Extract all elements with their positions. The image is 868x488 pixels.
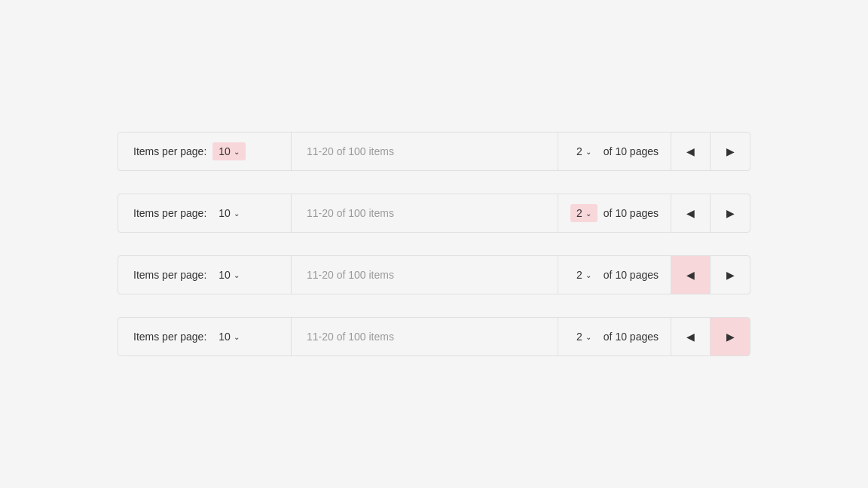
current-page-value: 2: [576, 331, 582, 343]
prev-page-button[interactable]: ◀: [671, 133, 711, 170]
items-info-text: 11-20 of 100 items: [307, 269, 394, 281]
prev-page-button[interactable]: ◀: [671, 194, 711, 232]
of-pages-text: of 10 pages: [604, 207, 659, 219]
current-page-select[interactable]: 2⌄: [570, 328, 598, 346]
pagination-row-2: Items per page:10⌄11-20 of 100 items2⌄of…: [118, 194, 750, 233]
items-info-text: 11-20 of 100 items: [307, 207, 394, 219]
pagination-examples: Items per page:10⌄11-20 of 100 items2⌄of…: [118, 132, 750, 356]
items-info-text: 11-20 of 100 items: [307, 145, 394, 157]
chevron-down-icon: ⌄: [234, 333, 240, 341]
current-page-select[interactable]: 2⌄: [570, 204, 598, 222]
items-per-page-section: Items per page:10⌄: [118, 194, 292, 232]
chevron-down-icon: ⌄: [234, 209, 240, 218]
pagination-row-wrapper-2: Items per page:10⌄11-20 of 100 items2⌄of…: [118, 194, 750, 233]
current-page-value: 2: [576, 269, 582, 281]
chevron-down-icon: ⌄: [234, 148, 240, 156]
pagination-row-wrapper-1: Items per page:10⌄11-20 of 100 items2⌄of…: [118, 132, 750, 171]
current-page-select[interactable]: 2⌄: [570, 266, 598, 284]
page-nav-section: 2⌄of 10 pages: [558, 256, 671, 294]
per-page-value: 10: [219, 331, 231, 343]
items-info-section: 11-20 of 100 items: [292, 194, 558, 232]
pagination-row-1: Items per page:10⌄11-20 of 100 items2⌄of…: [118, 132, 750, 171]
prev-page-button[interactable]: ◀: [671, 318, 711, 355]
pagination-row-wrapper-3: Items per page:10⌄11-20 of 100 items2⌄of…: [118, 255, 750, 294]
items-per-page-label: Items per page:: [133, 207, 206, 219]
of-pages-text: of 10 pages: [604, 331, 659, 343]
next-page-button[interactable]: ▶: [711, 256, 750, 294]
chevron-down-icon: ⌄: [585, 148, 591, 156]
items-per-page-section: Items per page:10⌄: [118, 318, 292, 355]
items-per-page-label: Items per page:: [133, 331, 206, 343]
next-page-button[interactable]: ▶: [711, 318, 750, 355]
items-per-page-label: Items per page:: [133, 145, 206, 157]
page-nav-section: 2⌄of 10 pages: [558, 318, 671, 355]
per-page-select[interactable]: 10⌄: [212, 266, 246, 284]
chevron-down-icon: ⌄: [234, 271, 240, 279]
next-page-button[interactable]: ▶: [711, 133, 750, 170]
pagination-row-3: Items per page:10⌄11-20 of 100 items2⌄of…: [118, 255, 750, 294]
pagination-row-wrapper-4: Items per page:10⌄11-20 of 100 items2⌄of…: [118, 317, 750, 356]
items-info-section: 11-20 of 100 items: [292, 133, 558, 170]
of-pages-text: of 10 pages: [604, 145, 659, 157]
items-per-page-label: Items per page:: [133, 269, 206, 281]
current-page-select[interactable]: 2⌄: [570, 142, 598, 160]
next-page-button[interactable]: ▶: [711, 194, 750, 232]
per-page-value: 10: [219, 269, 231, 281]
per-page-select[interactable]: 10⌄: [212, 328, 246, 346]
per-page-value: 10: [219, 145, 231, 157]
of-pages-text: of 10 pages: [604, 269, 659, 281]
per-page-select[interactable]: 10⌄: [212, 142, 246, 160]
pagination-row-4: Items per page:10⌄11-20 of 100 items2⌄of…: [118, 317, 750, 356]
items-per-page-section: Items per page:10⌄: [118, 133, 292, 170]
page-nav-section: 2⌄of 10 pages: [558, 194, 671, 232]
chevron-down-icon: ⌄: [585, 333, 591, 341]
current-page-value: 2: [576, 207, 582, 219]
per-page-select[interactable]: 10⌄: [212, 204, 246, 222]
page-nav-section: 2⌄of 10 pages: [558, 133, 671, 170]
per-page-value: 10: [219, 207, 231, 219]
chevron-down-icon: ⌄: [585, 209, 591, 218]
prev-page-button[interactable]: ◀: [671, 256, 711, 294]
items-info-text: 11-20 of 100 items: [307, 331, 394, 343]
items-info-section: 11-20 of 100 items: [292, 256, 558, 294]
chevron-down-icon: ⌄: [585, 271, 591, 279]
items-per-page-section: Items per page:10⌄: [118, 256, 292, 294]
items-info-section: 11-20 of 100 items: [292, 318, 558, 355]
current-page-value: 2: [576, 145, 582, 157]
